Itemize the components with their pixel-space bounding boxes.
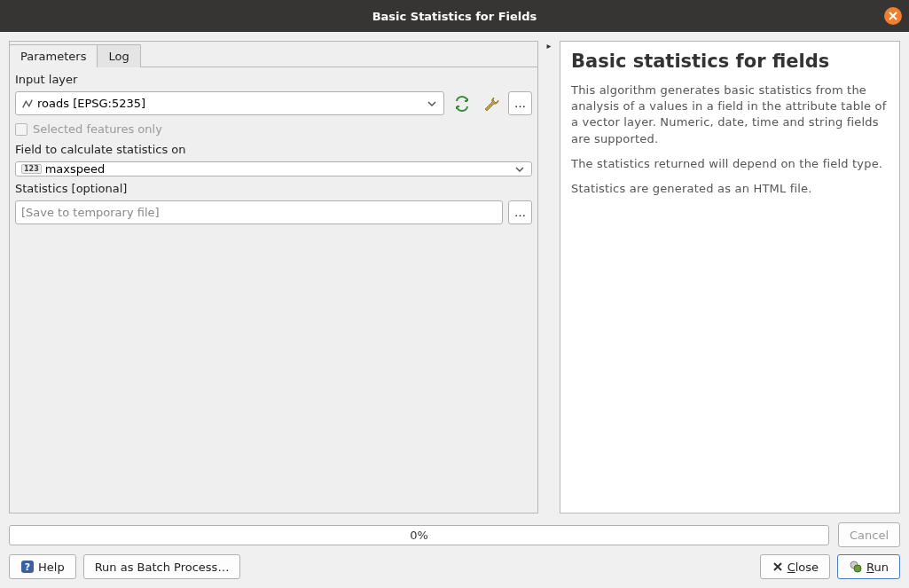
advanced-options-button[interactable] [479, 91, 503, 115]
tab-log[interactable]: Log [97, 44, 140, 67]
numeric-field-icon: 123 [21, 164, 42, 174]
iterate-button[interactable] [450, 91, 474, 115]
input-layer-select[interactable]: roads [EPSG:5235] [15, 91, 444, 115]
title-bar: Basic Statistics for Fields [0, 0, 909, 32]
svg-text:?: ? [25, 561, 30, 573]
window-close-button[interactable] [884, 7, 902, 25]
output-label: Statistics [optional] [15, 182, 532, 195]
selected-features-only-label: Selected features only [33, 122, 162, 136]
parameters-panel: Parameters Log Input layer roads [EPSG:5… [9, 41, 538, 514]
ellipsis-icon: … [514, 206, 526, 219]
batch-button[interactable]: Run as Batch Process… [83, 554, 241, 579]
line-layer-icon [21, 98, 34, 110]
help-text: This algorithm generates basic statistic… [571, 82, 889, 147]
input-layer-label: Input layer [15, 73, 532, 86]
splitter[interactable]: ▸ [545, 41, 552, 514]
cancel-button: Cancel [838, 522, 900, 547]
help-text: The statistics returned will depend on t… [571, 156, 889, 172]
chevron-down-icon [426, 98, 438, 110]
help-button[interactable]: ? Help [9, 554, 76, 579]
field-select[interactable]: 123 maxspeed [15, 161, 532, 176]
progress-bar: 0% [9, 525, 829, 545]
wrench-icon [482, 95, 500, 113]
input-layer-browse-button[interactable]: … [508, 91, 532, 115]
splitter-arrow-icon: ▸ [546, 41, 551, 51]
run-button[interactable]: Run [837, 554, 900, 579]
window-title: Basic Statistics for Fields [372, 10, 537, 23]
help-panel: Basic statistics for fields This algorit… [560, 41, 900, 514]
output-browse-button[interactable]: … [508, 200, 532, 224]
svg-point-3 [854, 565, 861, 572]
field-label: Field to calculate statistics on [15, 143, 532, 156]
close-button[interactable]: Close [760, 554, 830, 579]
close-icon [772, 561, 784, 573]
ellipsis-icon: … [514, 97, 526, 110]
help-text: Statistics are generated as an HTML file… [571, 181, 889, 197]
iterate-icon [453, 95, 471, 113]
help-icon: ? [20, 560, 35, 574]
chevron-down-icon [513, 163, 526, 176]
tab-parameters[interactable]: Parameters [9, 44, 98, 67]
output-path-input[interactable]: [Save to temporary file] [15, 200, 503, 224]
run-icon [849, 560, 863, 574]
help-heading: Basic statistics for fields [571, 51, 889, 72]
selected-features-only-checkbox [15, 123, 27, 136]
